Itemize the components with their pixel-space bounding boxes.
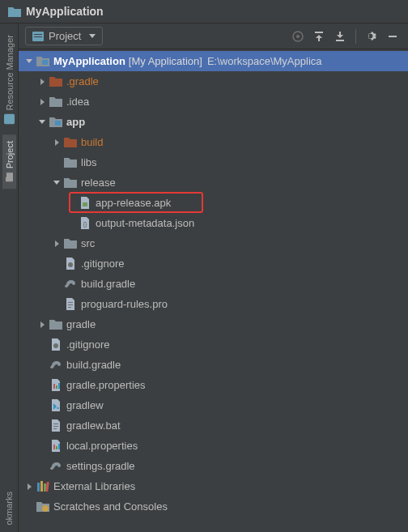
arrow-placeholder — [51, 299, 62, 310]
svg-rect-29 — [40, 481, 43, 492]
svg-rect-28 — [37, 483, 40, 492]
tree-label: release — [81, 177, 116, 189]
expand-all-icon[interactable] — [310, 28, 328, 45]
collapse-arrow-icon[interactable] — [36, 76, 48, 87]
tree-item-app-build[interactable]: build — [19, 132, 408, 152]
tree-item-output-metadata[interactable]: {} output-metadata.json — [19, 213, 408, 233]
tree-item-app-gitignore[interactable]: .gitignore — [19, 253, 408, 274]
bookmarks-tab[interactable]: okmarks — [2, 485, 15, 532]
tree-item-app-src[interactable]: src — [19, 233, 408, 253]
tree-label: build.gradle — [66, 359, 121, 371]
tree-root-myapplication[interactable]: MyApplication [My Application] E:\worksp… — [19, 51, 408, 71]
tree-item-app-release-apk[interactable]: app-release.apk — [19, 193, 408, 213]
gitignore-file-icon — [64, 257, 77, 270]
gradle-file-icon — [49, 460, 62, 473]
tree-label: local.properties — [66, 440, 138, 452]
tree-item-app-libs[interactable]: libs — [19, 152, 408, 172]
arrow-placeholder — [66, 218, 77, 229]
tree-item-gradle-dir[interactable]: .gradle — [19, 71, 408, 92]
tree-label: gradlew.bat — [66, 419, 121, 432]
apk-file-icon — [79, 197, 91, 210]
content-pane: Project — [19, 23, 408, 532]
tree-item-gradlew[interactable]: gradlew — [19, 395, 408, 415]
scratches-icon — [36, 500, 49, 513]
tree-item-gradlew-bat[interactable]: gradlew.bat — [19, 415, 408, 436]
arrow-placeholder — [36, 400, 48, 411]
tree-label: gradle — [66, 318, 96, 330]
expand-arrow-icon[interactable] — [51, 177, 62, 189]
collapse-all-icon[interactable] — [331, 28, 349, 45]
tree-desc: [My Application] — [129, 55, 202, 67]
svg-rect-24 — [53, 428, 57, 429]
svg-text:{}: {} — [83, 221, 87, 228]
expand-arrow-icon[interactable] — [23, 56, 35, 67]
resource-manager-tab[interactable]: Resource Manager — [2, 28, 16, 131]
tree-item-scratches[interactable]: Scratches and Consoles — [19, 496, 408, 517]
project-tab-icon — [4, 172, 15, 182]
module-folder-icon — [49, 116, 62, 129]
chevron-down-icon — [89, 34, 96, 38]
tree-item-external-libraries[interactable]: External Libraries — [19, 476, 408, 496]
tree-item-gitignore[interactable]: .gitignore — [19, 334, 408, 355]
tree-item-settings-gradle[interactable]: settings.gradle — [19, 456, 408, 476]
collapse-arrow-icon[interactable] — [23, 481, 35, 492]
tree-item-app[interactable]: app — [19, 112, 408, 132]
project-tab[interactable]: Project — [2, 134, 16, 189]
collapse-arrow-icon[interactable] — [36, 319, 48, 330]
svg-rect-27 — [58, 444, 60, 449]
gitignore-file-icon — [49, 338, 62, 351]
tree-label: External Libraries — [53, 480, 135, 492]
tree-item-app-release[interactable]: release — [19, 172, 408, 193]
properties-file-icon — [49, 379, 62, 392]
svg-rect-7 — [318, 38, 320, 41]
tree-item-idea-dir[interactable]: .idea — [19, 92, 408, 112]
svg-rect-17 — [68, 307, 71, 308]
tree-label: .gitignore — [66, 338, 109, 351]
arrow-placeholder — [36, 461, 48, 472]
json-file-icon: {} — [79, 217, 91, 230]
svg-rect-19 — [53, 384, 55, 389]
arrow-placeholder — [36, 360, 48, 371]
svg-rect-23 — [53, 426, 58, 427]
text-file-icon — [49, 419, 62, 432]
gear-icon[interactable] — [363, 28, 380, 45]
tree-label: libs — [81, 156, 97, 168]
folder-excluded-icon — [49, 75, 62, 88]
project-selector-label: Project — [49, 30, 81, 42]
tree-label: gradle.properties — [66, 379, 146, 391]
collapse-arrow-icon[interactable] — [51, 137, 62, 148]
toolbar-separator — [355, 29, 356, 44]
project-toolbar: Project — [19, 23, 408, 49]
properties-file-icon — [49, 440, 62, 453]
tree-label: .idea — [66, 96, 89, 108]
svg-rect-15 — [68, 302, 73, 303]
project-view-selector[interactable]: Project — [25, 27, 103, 45]
tree-item-gradle[interactable]: gradle — [19, 314, 408, 334]
hide-icon[interactable] — [384, 28, 402, 45]
tree-label: output-metadata.json — [96, 217, 194, 229]
expand-arrow-icon[interactable] — [36, 117, 48, 128]
arrow-placeholder — [36, 440, 48, 452]
svg-point-18 — [53, 343, 58, 348]
project-selector-icon — [32, 32, 44, 41]
svg-point-5 — [296, 35, 300, 38]
project-tree[interactable]: MyApplication [My Application] E:\worksp… — [19, 49, 408, 532]
svg-rect-6 — [315, 32, 323, 33]
main-area: Resource Manager Project okmarks Project — [0, 23, 408, 532]
text-file-icon — [64, 298, 77, 311]
tree-item-build-gradle[interactable]: build.gradle — [19, 355, 408, 375]
shell-file-icon — [49, 399, 62, 412]
collapse-arrow-icon[interactable] — [51, 238, 62, 249]
tree-item-app-build-gradle[interactable]: build.gradle — [19, 274, 408, 294]
svg-rect-25 — [53, 445, 55, 449]
collapse-arrow-icon[interactable] — [36, 96, 48, 108]
tree-item-app-proguard[interactable]: proguard-rules.pro — [19, 294, 408, 314]
tree-item-gradle-properties[interactable]: gradle.properties — [19, 375, 408, 395]
tree-label: src — [81, 237, 95, 249]
svg-point-32 — [42, 505, 49, 512]
target-icon[interactable] — [289, 28, 307, 45]
tree-label: Scratches and Consoles — [53, 500, 168, 513]
arrow-placeholder — [36, 420, 48, 432]
tree-item-local-properties[interactable]: local.properties — [19, 436, 408, 456]
tree-label: proguard-rules.pro — [81, 298, 168, 310]
